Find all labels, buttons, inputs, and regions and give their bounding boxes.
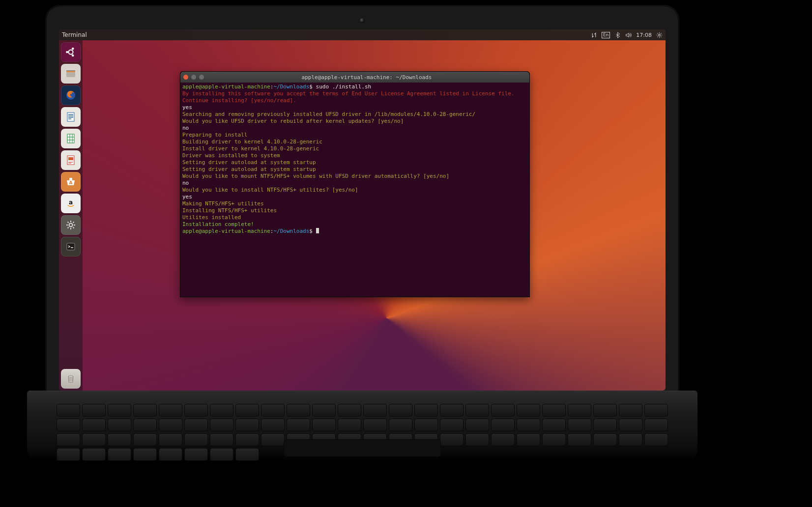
terminal-title-bar[interactable]: apple@apple-virtual-machine: ~/Downloads bbox=[180, 72, 529, 83]
files-icon[interactable] bbox=[61, 64, 81, 84]
minimize-icon[interactable] bbox=[191, 75, 196, 80]
impress-icon[interactable] bbox=[61, 150, 81, 170]
menubar: Terminal En 17:08 bbox=[59, 29, 666, 40]
dash-icon[interactable] bbox=[61, 42, 81, 62]
menubar-title[interactable]: Terminal bbox=[62, 31, 87, 38]
camera-icon bbox=[360, 18, 365, 23]
svg-point-16 bbox=[69, 224, 73, 227]
bluetooth-icon[interactable] bbox=[614, 32, 621, 38]
maximize-icon[interactable] bbox=[199, 75, 204, 80]
terminal-body[interactable]: apple@apple-virtual-machine:~/Downloads$… bbox=[180, 83, 529, 297]
svg-rect-12 bbox=[68, 157, 73, 160]
trackpad bbox=[284, 439, 441, 457]
svg-point-0 bbox=[659, 34, 661, 36]
svg-rect-7 bbox=[66, 71, 75, 72]
settings-icon[interactable] bbox=[61, 215, 81, 235]
calc-icon[interactable] bbox=[61, 129, 81, 148]
svg-rect-9 bbox=[67, 113, 74, 121]
menubar-indicators: En 17:08 bbox=[591, 32, 663, 38]
svg-rect-17 bbox=[67, 243, 75, 250]
trash-icon[interactable] bbox=[61, 369, 81, 389]
volume-icon[interactable] bbox=[625, 32, 632, 38]
laptop-base bbox=[27, 393, 697, 462]
svg-text:A: A bbox=[69, 180, 73, 185]
svg-point-1 bbox=[69, 50, 73, 55]
svg-point-18 bbox=[68, 375, 73, 377]
gear-icon[interactable] bbox=[656, 32, 663, 38]
svg-point-4 bbox=[72, 55, 74, 57]
firefox-icon[interactable] bbox=[61, 85, 81, 105]
clock[interactable]: 17:08 bbox=[636, 32, 652, 38]
svg-point-2 bbox=[66, 51, 68, 54]
ubuntu-screen: Terminal En 17:08 bbox=[59, 29, 666, 391]
terminal-window[interactable]: apple@apple-virtual-machine: ~/Downloads… bbox=[180, 71, 530, 297]
writer-icon[interactable] bbox=[61, 107, 81, 127]
network-icon[interactable] bbox=[591, 32, 597, 38]
svg-rect-10 bbox=[67, 134, 74, 143]
terminal-title: apple@apple-virtual-machine: ~/Downloads bbox=[207, 74, 526, 81]
svg-text:a: a bbox=[69, 199, 73, 206]
svg-point-3 bbox=[72, 48, 74, 50]
laptop-frame: Terminal En 17:08 bbox=[45, 5, 679, 400]
close-icon[interactable] bbox=[183, 75, 188, 80]
keyboard bbox=[57, 404, 668, 433]
unity-launcher: A a bbox=[59, 40, 83, 391]
amazon-icon[interactable]: a bbox=[61, 194, 81, 213]
terminal-icon[interactable] bbox=[61, 237, 81, 256]
language-indicator[interactable]: En bbox=[602, 32, 610, 38]
software-icon[interactable]: A bbox=[61, 172, 81, 192]
